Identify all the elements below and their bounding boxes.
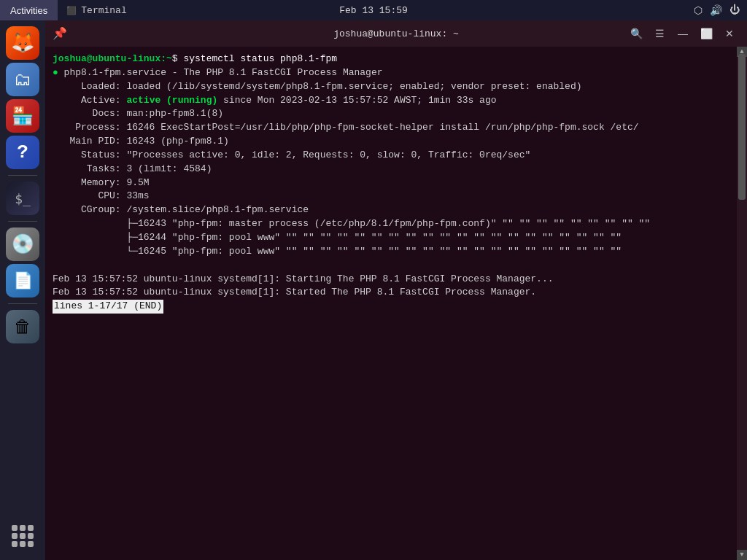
grid-dot [28, 525, 34, 531]
close-button[interactable]: ✕ [719, 23, 740, 44]
maximize-button[interactable]: ⬜ [696, 23, 716, 44]
menu-button[interactable]: ☰ [649, 23, 670, 44]
output-line-2: Loaded: loaded (/lib/systemd/system/php8… [53, 80, 729, 94]
application-dock: 🦊 🗂 🏪 ? $_ 💿 📄 🗑 [0, 20, 45, 560]
activities-button[interactable]: Activities [0, 0, 58, 20]
status-dot: ● [53, 67, 58, 78]
help-icon: ? [17, 141, 28, 163]
search-button[interactable]: 🔍 [626, 23, 646, 44]
grid-dot [12, 533, 18, 539]
prompt-line: joshua@ubuntu-linux:~$ systemctl status … [53, 52, 729, 66]
output-line-4: Docs: man:php-fpm8.1(8) [53, 107, 729, 121]
terminal-window: 📌 joshua@ubuntu-linux: ~ 🔍 ☰ — ⬜ ✕ joshu… [45, 20, 747, 560]
dock-separator-2 [8, 221, 37, 222]
output-line-16: Feb 13 15:57:52 ubuntu-linux systemd[1]:… [53, 273, 729, 287]
shell-prompt: joshua@ubuntu-linux:~ [53, 53, 172, 64]
terminal-content[interactable]: joshua@ubuntu-linux:~$ systemctl status … [45, 47, 747, 560]
grid-dot [28, 533, 34, 539]
dock-item-files[interactable]: 🗂 [6, 63, 39, 96]
grid-dots-icon [12, 525, 34, 547]
text-icon: 📄 [13, 271, 33, 291]
output-line-15 [53, 259, 729, 273]
files-icon: 🗂 [14, 69, 31, 90]
system-topbar: Activities ⬛ Terminal Feb 13 15:59 ⬡ 🔊 ⏻ [0, 0, 747, 20]
shell-command: $ systemctl status php8.1-fpm [172, 53, 337, 64]
output-line-11: CGroup: /system.slice/php8.1-fpm.service [53, 203, 729, 217]
output-line-17: Feb 13 15:57:52 ubuntu-linux systemd[1]:… [53, 286, 729, 300]
volume-icon[interactable]: 🔊 [710, 4, 722, 17]
app-grid-button[interactable] [6, 519, 39, 553]
pager-status: lines 1-17/17 (END) [53, 300, 163, 314]
grid-dot [12, 541, 18, 547]
titlebar-left: 📌 [53, 26, 67, 41]
terminal-titlebar: 📌 joshua@ubuntu-linux: ~ 🔍 ☰ — ⬜ ✕ [45, 20, 747, 47]
titlebar-controls: 🔍 ☰ — ⬜ ✕ [626, 23, 740, 44]
active-status: active (running) [126, 95, 217, 106]
output-line-3: Active: active (running) since Mon 2023-… [53, 94, 729, 108]
dock-item-text[interactable]: 📄 [6, 264, 39, 298]
output-line-9: Memory: 9.5M [53, 176, 729, 190]
minimize-button[interactable]: — [673, 23, 693, 44]
grid-dot [12, 525, 18, 531]
output-line-6: Main PID: 16243 (php-fpm8.1) [53, 135, 729, 149]
output-line-12: ├─16243 "php-fpm: master process (/etc/p… [53, 217, 729, 231]
topbar-left: Activities ⬛ Terminal [0, 0, 136, 20]
end-line: lines 1-17/17 (END) [53, 300, 729, 314]
scrollbar[interactable]: ▲ ▼ [737, 47, 747, 560]
dock-bottom [6, 519, 39, 553]
scrollbar-down[interactable]: ▼ [737, 550, 747, 560]
service-name: php8.1-fpm.service - The PHP 8.1 FastCGI… [58, 67, 383, 78]
dock-item-dvd[interactable]: 💿 [6, 228, 39, 261]
output-line-7: Status: "Processes active: 0, idle: 2, R… [53, 149, 729, 163]
software-icon: 🏪 [12, 106, 34, 127]
trash-icon: 🗑 [14, 316, 31, 338]
output-line-8: Tasks: 3 (limit: 4584) [53, 163, 729, 176]
dock-item-terminal[interactable]: $_ [6, 182, 39, 215]
terminal-tab-icon: ⬛ [66, 6, 77, 15]
output-line-13: ├─16244 "php-fpm: pool www" "" "" "" "" … [53, 231, 729, 245]
network-icon[interactable]: ⬡ [694, 4, 703, 17]
output-line-14: └─16245 "php-fpm: pool www" "" "" "" "" … [53, 245, 729, 259]
firefox-icon: 🦊 [11, 31, 34, 55]
scrollbar-thumb[interactable] [738, 54, 746, 200]
terminal-title: joshua@ubuntu-linux: ~ [333, 28, 459, 39]
output-line-1: ● php8.1-fpm.service - The PHP 8.1 FastC… [53, 66, 729, 80]
dock-item-help[interactable]: ? [6, 136, 39, 169]
dock-separator [8, 175, 37, 176]
grid-dot [20, 525, 26, 531]
pin-icon: 📌 [53, 26, 67, 41]
topbar-right: ⬡ 🔊 ⏻ [694, 4, 747, 17]
dock-item-firefox[interactable]: 🦊 [6, 26, 39, 60]
grid-dot [28, 541, 34, 547]
topbar-datetime: Feb 13 15:59 [339, 5, 408, 16]
dock-item-trash[interactable]: 🗑 [6, 310, 39, 343]
terminal-icon: $_ [15, 191, 31, 206]
dvd-icon: 💿 [11, 233, 34, 256]
terminal-tab[interactable]: ⬛ Terminal [58, 0, 135, 20]
grid-dot [20, 541, 26, 547]
dock-separator-3 [8, 303, 37, 304]
dock-item-software[interactable]: 🏪 [6, 99, 39, 133]
grid-dot [20, 533, 26, 539]
output-line-5: Process: 16246 ExecStartPost=/usr/lib/ph… [53, 121, 729, 135]
terminal-text-area[interactable]: joshua@ubuntu-linux:~$ systemctl status … [45, 47, 737, 560]
terminal-tab-label: Terminal [81, 5, 126, 16]
power-icon[interactable]: ⏻ [729, 4, 740, 16]
output-line-10: CPU: 33ms [53, 190, 729, 203]
